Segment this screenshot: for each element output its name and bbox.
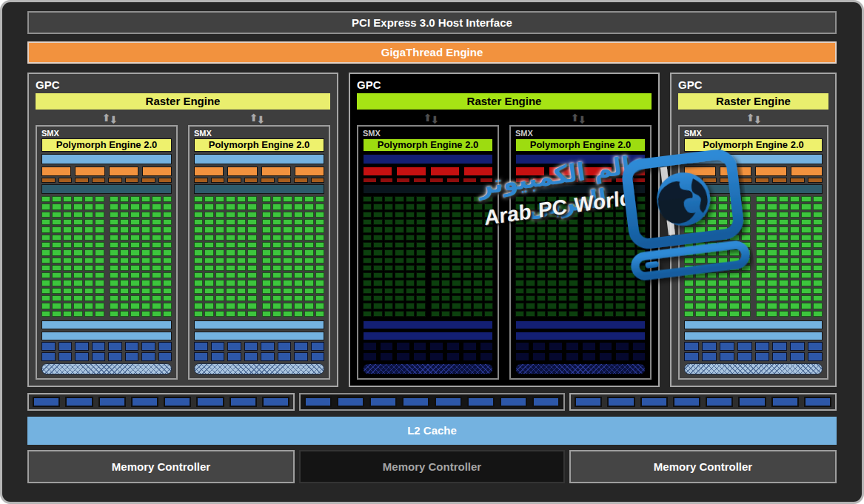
cuda-core	[194, 311, 203, 317]
cuda-core	[473, 265, 482, 271]
cuda-core	[484, 226, 493, 232]
cache-bar-1	[41, 320, 172, 329]
cuda-core	[515, 258, 524, 263]
cuda-core	[163, 242, 172, 248]
cuda-core	[395, 272, 403, 278]
cuda-core	[416, 226, 425, 232]
cuda-core	[95, 242, 104, 248]
cuda-core	[767, 204, 777, 209]
polymorph-engine-bar: Polymorph Engine 2.0	[41, 138, 172, 152]
cuda-core	[373, 272, 382, 278]
dispatch-block	[549, 178, 563, 183]
cuda-core	[729, 280, 739, 286]
cuda-core	[790, 242, 800, 248]
cuda-core	[363, 204, 372, 209]
load-store-block	[75, 342, 89, 351]
cuda-core	[756, 204, 766, 209]
cuda-core	[684, 295, 694, 301]
cuda-core	[441, 288, 450, 294]
cuda-core	[304, 204, 313, 209]
cuda-core	[237, 311, 246, 317]
cuda-core	[637, 272, 646, 278]
scheduler-block	[363, 167, 392, 176]
cuda-core	[813, 288, 823, 294]
cuda-core	[431, 280, 440, 286]
cuda-core	[262, 196, 271, 202]
cuda-core	[779, 212, 788, 218]
cuda-core	[110, 288, 118, 294]
cuda-core	[526, 204, 535, 209]
cuda-core	[801, 242, 811, 248]
load-store-block	[532, 342, 546, 351]
cuda-core	[604, 303, 613, 309]
cuda-core	[558, 226, 567, 232]
cuda-core	[707, 196, 717, 202]
smx-label: SMX	[515, 128, 646, 138]
cuda-core	[262, 265, 271, 271]
cuda-core	[615, 219, 624, 225]
cuda-core	[204, 265, 213, 271]
cuda-core	[215, 242, 224, 248]
cuda-core	[272, 295, 281, 301]
cuda-core	[615, 249, 624, 255]
cuda-core	[315, 242, 324, 248]
load-store-row-1	[194, 342, 324, 351]
cuda-core	[95, 219, 104, 225]
load-store-block	[294, 342, 308, 351]
cuda-core	[626, 265, 634, 271]
cuda-core	[604, 288, 613, 294]
memory-controller-left: Memory Controller	[27, 450, 295, 483]
cuda-core	[583, 204, 592, 209]
dispatch-block	[108, 178, 122, 183]
cuda-core	[813, 196, 823, 202]
cuda-core	[262, 288, 271, 294]
cuda-core	[626, 226, 634, 232]
cuda-core	[729, 196, 739, 202]
load-store-block	[599, 342, 613, 351]
cuda-core	[684, 265, 694, 271]
cuda-core	[756, 265, 766, 271]
load-store-block	[396, 352, 410, 361]
cuda-core	[237, 204, 246, 209]
cuda-core	[594, 204, 603, 209]
cuda-core	[767, 219, 777, 225]
dispatch-unit-row	[684, 178, 823, 183]
raster-smx-arrows: ⬆⬇ ⬆⬇	[357, 110, 652, 125]
cuda-core	[684, 303, 694, 309]
cuda-core	[813, 303, 823, 309]
cuda-core	[801, 272, 811, 278]
cuda-core	[152, 303, 161, 309]
load-store-block	[294, 352, 308, 361]
cuda-core	[637, 303, 646, 309]
cuda-core	[695, 212, 705, 218]
cuda-core	[41, 196, 50, 202]
cuda-core	[604, 311, 613, 317]
cuda-core	[363, 265, 372, 271]
cuda-core	[95, 204, 104, 209]
cuda-core	[152, 226, 161, 232]
cuda-core	[537, 295, 546, 301]
cuda-core	[110, 265, 118, 271]
cuda-core	[130, 288, 139, 294]
cuda-core	[84, 219, 93, 225]
load-store-row-1	[515, 342, 646, 351]
cuda-core	[315, 204, 324, 209]
cuda-core	[141, 265, 150, 271]
cuda-core	[194, 280, 203, 286]
cuda-core	[226, 212, 235, 218]
cuda-core	[515, 196, 524, 202]
load-store-block	[380, 342, 394, 351]
rop-block	[33, 397, 60, 407]
cuda-core	[684, 288, 694, 294]
cuda-core	[395, 235, 403, 241]
dispatch-block	[808, 178, 823, 183]
cuda-core	[718, 196, 728, 202]
cuda-core	[741, 219, 751, 225]
cuda-core	[194, 272, 203, 278]
cuda-core	[406, 212, 415, 218]
cuda-core	[604, 235, 613, 241]
cuda-core	[247, 288, 256, 294]
rop-block	[337, 397, 364, 407]
cuda-core	[262, 311, 271, 317]
cuda-core	[626, 249, 634, 255]
